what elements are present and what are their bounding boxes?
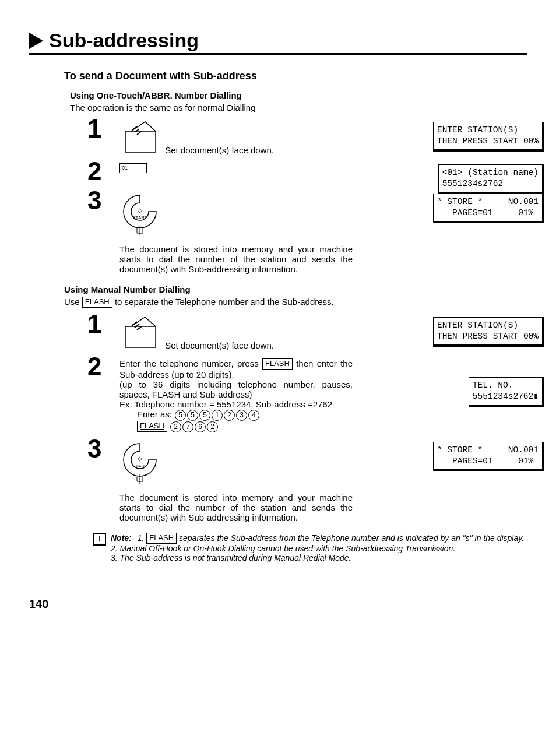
sub1-intro: The operation is the same as for normal … — [70, 103, 527, 112]
sub2-step3: 3 ◇ START The document is stored into me… — [87, 436, 527, 522]
flash-key: FLASH — [262, 358, 293, 370]
step-number: 1 — [87, 116, 119, 142]
section-heading: To send a Document with Sub-address — [64, 70, 527, 82]
sub1-heading: Using One-Touch/ABBR. Number Dialling — [70, 90, 527, 100]
document-facedown-icon — [119, 316, 157, 350]
lcd-column: ENTER STATION(S) THEN PRESS START 00% — [433, 122, 544, 152]
step1-text: Set document(s) face down. — [165, 340, 274, 350]
page-title-row: Sub-addressing — [29, 29, 527, 55]
sub2-heading: Using Manual Number Dialling — [64, 284, 527, 294]
sub1-step1: 1 Set document(s) face down. ENTER STATI… — [87, 116, 527, 155]
svg-text:◇: ◇ — [138, 207, 142, 213]
sub2-step2: 2 Enter the telephone number, press FLAS… — [87, 354, 527, 432]
lcd-display: ENTER STATION(S) THEN PRESS START 00% — [433, 122, 544, 152]
sub2-intro: Use FLASH to separate the Telephone numb… — [64, 297, 527, 308]
document-facedown-icon — [119, 121, 157, 155]
page-number: 140 — [29, 597, 527, 611]
digit-key: 3 — [236, 410, 247, 421]
sub2-step1: 1 Set document(s) face down. ENTER STATI… — [87, 311, 527, 350]
note-label: Note: — [111, 533, 132, 543]
svg-rect-3 — [125, 326, 156, 347]
digit-key: 2 — [170, 421, 181, 432]
digit-key: 2 — [207, 421, 218, 432]
flash-key: FLASH — [82, 297, 112, 308]
step-number: 1 — [87, 311, 119, 337]
lcd-column: ENTER STATION(S) THEN PRESS START 00% — [433, 317, 544, 347]
sub1-step3: 3 ◇ START The document is stored into me… — [87, 188, 527, 274]
svg-text:START: START — [132, 215, 147, 220]
step1-text: Set document(s) face down. — [165, 145, 274, 155]
triangle-icon — [29, 33, 43, 49]
digit-key: 4 — [248, 410, 259, 421]
lcd-column: TEL. NO. 5551234s2762▮ — [469, 377, 544, 407]
step-content: ◇ START The document is stored into memo… — [119, 436, 353, 522]
lcd-column: * STORE * NO.001 PAGES=01 01% — [433, 442, 544, 472]
lcd-display: TEL. NO. 5551234s2762▮ — [469, 377, 544, 407]
note-list: 1. FLASH separates the Sub-address from … — [111, 533, 524, 562]
step-content: Set document(s) face down. — [119, 311, 353, 350]
svg-text:◇: ◇ — [138, 455, 142, 462]
step3-text: The document is stored into memory and y… — [119, 244, 353, 274]
onetouch-key-icon: 01 — [119, 163, 147, 173]
page-title: Sub-addressing — [49, 29, 199, 52]
main-section: To send a Document with Sub-address Usin… — [64, 70, 527, 562]
digit-key: 5 — [187, 410, 198, 421]
digit-key: 5 — [175, 410, 186, 421]
step-content: Set document(s) face down. — [119, 116, 353, 155]
step-number: 3 — [87, 188, 119, 213]
step-number: 3 — [87, 436, 119, 462]
step-content: 01 — [119, 159, 353, 173]
flash-key: FLASH — [137, 421, 167, 432]
lcd-display: * STORE * NO.001 PAGES=01 01% — [433, 194, 544, 223]
digit-key: 7 — [182, 421, 193, 432]
step-number: 2 — [87, 159, 119, 184]
lcd-column: * STORE * NO.001 PAGES=01 01% — [433, 194, 544, 223]
step-content: Enter the telephone number, press FLASH … — [119, 354, 353, 432]
flash-key: FLASH — [146, 533, 177, 544]
step-content: ◇ START The document is stored into memo… — [119, 188, 353, 274]
note-block: ! Note: 1. FLASH separates the Sub-addre… — [93, 533, 527, 562]
step-number: 2 — [87, 354, 119, 379]
lcd-display: * STORE * NO.001 PAGES=01 01% — [433, 442, 544, 472]
lcd-display: ENTER STATION(S) THEN PRESS START 00% — [433, 317, 544, 347]
start-button-icon: ◇ START — [119, 441, 160, 488]
digit-key: 2 — [224, 410, 235, 421]
digit-key: 6 — [195, 421, 206, 432]
note-icon: ! — [93, 533, 106, 546]
start-button-icon: ◇ START — [119, 192, 160, 240]
digit-key: 5 — [199, 410, 210, 421]
svg-text:START: START — [132, 463, 147, 469]
svg-rect-0 — [125, 131, 156, 152]
digit-key: 1 — [212, 410, 223, 421]
sub1-step2: 2 01 <01> (Station name) 5551234s2762 — [87, 159, 527, 184]
step3-text: The document is stored into memory and y… — [119, 493, 353, 522]
